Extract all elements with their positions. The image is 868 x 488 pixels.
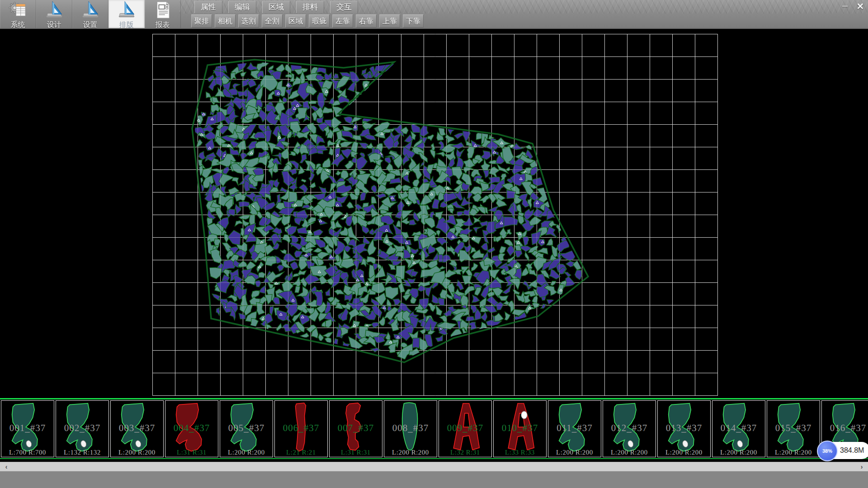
part-id: 011_#37 <box>548 422 601 434</box>
parts-list: 001_#37L:700 R:700002_#37L:132 R:132003_… <box>1 400 868 457</box>
part-id: 009_#37 <box>439 422 491 434</box>
part-id: 002_#37 <box>56 422 108 434</box>
tool-row: 聚排相机选割全割区域瑕疵左靠右靠上靠下靠 <box>191 14 424 28</box>
app-label: 设置 <box>83 21 98 29</box>
part-counts: L:200 R:200 <box>767 449 820 456</box>
set-square-icon <box>80 0 101 21</box>
strip-top-border <box>0 398 868 399</box>
scroll-right-arrow[interactable]: › <box>856 462 867 471</box>
strip-bottom-border <box>0 458 868 459</box>
minimize-button[interactable]: ─ <box>839 1 851 11</box>
menu-tab-编辑[interactable]: 编辑 <box>228 1 256 13</box>
part-thumbnail[interactable]: 001_#37L:700 R:700 <box>1 400 54 457</box>
part-counts: L:21 R:21 <box>275 449 327 456</box>
part-thumbnail[interactable]: 015_#37L:200 R:200 <box>767 400 820 457</box>
part-id: 004_#37 <box>165 422 218 434</box>
part-thumbnail[interactable]: 002_#37L:132 R:132 <box>56 400 109 457</box>
report-doc-icon <box>152 0 173 21</box>
part-id: 010_#37 <box>494 422 546 434</box>
status-pill: 38% 384.8M <box>818 442 868 459</box>
menu-tab-排料[interactable]: 排料 <box>296 1 324 13</box>
window-controls: ─ ✕ <box>839 1 866 11</box>
part-counts: L:200 R:200 <box>548 449 601 456</box>
menu-tab-区域[interactable]: 区域 <box>262 1 290 13</box>
tool-button-左靠[interactable]: 左靠 <box>332 14 353 28</box>
app-label: 报表 <box>156 21 170 29</box>
part-id: 007_#37 <box>330 422 382 434</box>
set-square-icon <box>44 0 65 21</box>
part-id: 005_#37 <box>220 422 273 434</box>
tool-button-聚排[interactable]: 聚排 <box>191 14 212 28</box>
part-counts: L:200 R:200 <box>220 449 273 456</box>
part-thumbnail[interactable]: 011_#37L:200 R:200 <box>548 400 601 457</box>
part-counts: L:31 R:31 <box>165 449 218 456</box>
tool-button-下靠[interactable]: 下靠 <box>403 14 424 28</box>
tool-button-右靠[interactable]: 右靠 <box>356 14 377 28</box>
app-button-设置[interactable]: 设置 <box>72 0 108 28</box>
menu-tabs: 属性编辑区域排料交互 <box>194 1 358 13</box>
part-counts: L:200 R:200 <box>712 449 765 456</box>
app-switcher: 系统设计设置排版报表 <box>0 0 181 28</box>
part-thumbnail[interactable]: 012_#37L:200 R:200 <box>603 400 656 457</box>
app-button-设计[interactable]: 设计 <box>36 0 72 28</box>
horizontal-scrollbar[interactable]: ‹ › <box>0 462 868 471</box>
part-thumbnail[interactable]: 007_#37L:31 R:31 <box>329 400 382 457</box>
scroll-left-arrow[interactable]: ‹ <box>1 462 12 471</box>
gear-doc-icon <box>8 0 28 21</box>
part-id: 008_#37 <box>384 422 437 434</box>
part-thumbnail[interactable]: 003_#37L:200 R:200 <box>110 400 164 457</box>
app-button-系统[interactable]: 系统 <box>0 0 36 28</box>
part-thumbnail[interactable]: 004_#37L:31 R:31 <box>165 400 218 457</box>
part-counts: L:200 R:200 <box>603 449 656 456</box>
part-thumbnail[interactable]: 008_#37L:200 R:200 <box>384 400 437 457</box>
close-button[interactable]: ✕ <box>854 1 866 11</box>
part-id: 006_#37 <box>275 422 327 434</box>
tool-button-区域[interactable]: 区域 <box>285 14 306 28</box>
menu-tab-交互[interactable]: 交互 <box>330 1 358 13</box>
part-counts: L:700 R:700 <box>1 449 54 456</box>
tool-button-上靠[interactable]: 上靠 <box>379 14 400 28</box>
part-id: 003_#37 <box>111 422 163 434</box>
tool-button-相机[interactable]: 相机 <box>215 14 236 28</box>
part-thumbnail[interactable]: 005_#37L:200 R:200 <box>220 400 273 457</box>
tool-button-全割[interactable]: 全割 <box>262 14 283 28</box>
part-id: 016_#37 <box>822 422 868 434</box>
part-thumbnail[interactable]: 014_#37L:200 R:200 <box>712 400 765 457</box>
part-counts: L:200 R:200 <box>384 449 437 456</box>
part-counts: L:200 R:200 <box>111 449 163 456</box>
tool-button-瑕疵[interactable]: 瑕疵 <box>309 14 330 28</box>
part-thumbnail[interactable]: 009_#37L:32 R:31 <box>439 400 492 457</box>
part-id: 001_#37 <box>1 422 54 434</box>
progress-badge: 38% <box>817 441 838 461</box>
app-button-排版[interactable]: 排版 <box>108 0 145 28</box>
set-square-icon <box>116 0 137 21</box>
nesting-canvas[interactable] <box>0 28 868 398</box>
tool-button-选割[interactable]: 选割 <box>238 14 259 28</box>
menu-tab-属性[interactable]: 属性 <box>194 1 222 13</box>
part-id: 012_#37 <box>603 422 656 434</box>
part-thumbnail[interactable]: 006_#37L:21 R:21 <box>274 400 328 457</box>
part-counts: L:31 R:31 <box>330 449 382 456</box>
part-id: 015_#37 <box>767 422 820 434</box>
part-id: 014_#37 <box>712 422 765 434</box>
part-counts: L:132 R:132 <box>56 449 108 456</box>
app-label: 系统 <box>11 21 25 29</box>
part-thumbnail[interactable]: 013_#37L:200 R:200 <box>657 400 711 457</box>
app-button-报表[interactable]: 报表 <box>145 0 181 28</box>
app-label: 排版 <box>119 21 134 29</box>
toolbar: 系统设计设置排版报表 属性编辑区域排料交互 聚排相机选割全割区域瑕疵左靠右靠上靠… <box>0 0 868 29</box>
memory-usage: 384.8M <box>840 446 864 455</box>
status-bar <box>0 471 868 488</box>
app-label: 设计 <box>47 21 61 29</box>
parts-strip: 001_#37L:700 R:700002_#37L:132 R:132003_… <box>0 398 868 462</box>
progress-percent: 38% <box>822 448 832 454</box>
part-counts: L:33 R:33 <box>494 449 546 456</box>
part-id: 013_#37 <box>658 422 710 434</box>
part-counts: L:32 R:31 <box>439 449 491 456</box>
part-thumbnail[interactable]: 010_#37L:33 R:33 <box>493 400 547 457</box>
part-counts: L:200 R:200 <box>658 449 710 456</box>
